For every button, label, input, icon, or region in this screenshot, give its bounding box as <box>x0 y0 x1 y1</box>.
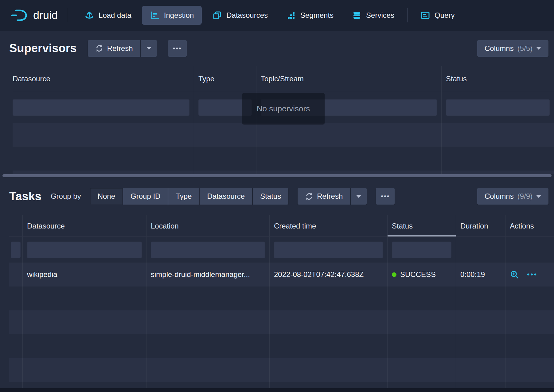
nav-item-label: Ingestion <box>164 11 194 20</box>
nav-divider <box>407 8 408 22</box>
supervisors-more-button[interactable]: ••• <box>168 40 187 57</box>
nav-ingestion[interactable]: Ingestion <box>142 6 202 25</box>
brand-label: druid <box>33 9 58 22</box>
column-header-duration[interactable]: Duration <box>456 215 505 236</box>
column-header-status[interactable]: Status <box>442 66 554 92</box>
tasks-refresh-group: Refresh <box>298 188 367 205</box>
group-by-group-id-button[interactable]: Group ID <box>123 188 168 205</box>
tasks-section: Tasks Group by None Group ID Type Dataso… <box>0 177 554 388</box>
chevron-down-icon <box>536 195 541 198</box>
supervisors-refresh-group: Refresh <box>88 40 157 57</box>
group-by-none-button[interactable]: None <box>90 188 123 205</box>
column-header-type[interactable]: Type <box>194 66 256 92</box>
columns-count: (5/5) <box>517 44 533 53</box>
tasks-header-bar: Tasks Group by None Group ID Type Dataso… <box>0 177 554 215</box>
chevron-down-icon <box>536 47 541 50</box>
nav-datasources[interactable]: Datasources <box>204 6 276 25</box>
empty-row <box>9 358 554 382</box>
column-header-location[interactable]: Location <box>146 215 270 236</box>
location-filter-input[interactable] <box>151 241 265 258</box>
status-label: SUCCESS <box>400 270 436 279</box>
brand[interactable]: druid <box>11 9 58 22</box>
supervisors-section: Supervisors Refresh ••• <box>0 31 554 174</box>
status-cell: SUCCESS <box>388 263 456 286</box>
status-filter-input[interactable] <box>392 241 451 258</box>
datasource-filter-input[interactable] <box>27 241 142 258</box>
row-index-cell <box>9 263 23 286</box>
nav-query[interactable]: Query <box>412 6 462 25</box>
filter-cell <box>270 237 388 263</box>
columns-count: (9/9) <box>517 192 533 201</box>
no-supervisors-message: No supervisors <box>242 93 325 125</box>
empty-row <box>9 334 554 358</box>
row-number-filter-input[interactable] <box>11 241 21 258</box>
supervisors-refresh-caret-button[interactable] <box>141 40 157 57</box>
status-filter-input[interactable] <box>446 99 550 116</box>
status-success-dot <box>392 272 396 277</box>
supervisors-table: Datasource Type Topic/Stream Status No s… <box>13 66 554 174</box>
tasks-more-button[interactable]: ••• <box>376 188 395 205</box>
empty-row <box>9 286 554 310</box>
section-resize-divider[interactable] <box>2 174 552 177</box>
empty-row <box>13 123 554 147</box>
table-row: wikipedia simple-druid-middlemanager... … <box>9 263 554 286</box>
nav-item-label: Services <box>366 11 394 20</box>
column-header-actions[interactable]: Actions <box>505 215 554 236</box>
nav-item-label: Segments <box>300 11 334 20</box>
datasources-icon <box>212 10 222 20</box>
filter-cell <box>13 92 194 123</box>
chevron-down-icon <box>146 47 151 50</box>
tasks-refresh-caret-button[interactable] <box>351 188 367 205</box>
nav-services[interactable]: Services <box>344 6 402 25</box>
tasks-table: Datasource Location Created time Status … <box>9 215 554 388</box>
group-by-label: Group by <box>51 192 81 201</box>
nav-items: Load data Ingestion Datasources <box>76 6 462 25</box>
nav-segments[interactable]: Segments <box>278 6 341 25</box>
columns-label: Columns <box>485 44 514 53</box>
tasks-refresh-button[interactable]: Refresh <box>298 188 350 205</box>
column-header-status-sorted[interactable]: Status <box>388 215 456 236</box>
column-header-datasource[interactable]: Datasource <box>13 66 194 92</box>
duration-cell: 0:00:19 <box>456 263 505 286</box>
task-actions-more-icon[interactable]: ••• <box>527 270 537 279</box>
nav-item-label: Datasources <box>226 11 268 20</box>
empty-row <box>9 310 554 334</box>
datasource-filter-input[interactable] <box>13 99 189 116</box>
filter-cell <box>456 237 505 263</box>
filter-cell <box>388 237 456 263</box>
group-by-status-button[interactable]: Status <box>253 188 288 205</box>
column-header-created-time[interactable]: Created time <box>270 215 388 236</box>
druid-logo-icon <box>11 9 28 22</box>
filter-cell <box>146 237 270 263</box>
top-nav: druid Load data Ingestion <box>0 0 554 31</box>
filter-cell <box>23 237 146 263</box>
created-time-filter-input[interactable] <box>274 241 383 258</box>
more-icon: ••• <box>173 44 182 52</box>
actions-cell: ••• <box>505 263 554 286</box>
task-detail-magnifier-icon[interactable] <box>510 270 519 279</box>
group-by-type-button[interactable]: Type <box>168 188 199 205</box>
nav-load-data[interactable]: Load data <box>76 6 139 25</box>
column-header-blank <box>9 215 23 236</box>
column-header-datasource[interactable]: Datasource <box>23 215 146 236</box>
tasks-title: Tasks <box>9 190 41 203</box>
group-by-segmented-control: None Group ID Type Datasource Status <box>90 188 289 205</box>
columns-label: Columns <box>485 192 514 201</box>
tasks-columns-button[interactable]: Columns (9/9) <box>477 188 548 205</box>
horizontal-scrollbar[interactable] <box>0 388 554 392</box>
filter-cell <box>442 92 554 123</box>
upload-icon <box>84 10 94 20</box>
supervisors-table-header: Datasource Type Topic/Stream Status <box>13 66 554 92</box>
location-cell: simple-druid-middlemanager... <box>146 263 270 286</box>
refresh-icon <box>95 44 103 52</box>
filter-cell <box>9 237 23 263</box>
column-header-topic-stream[interactable]: Topic/Stream <box>256 66 442 92</box>
datasource-cell: wikipedia <box>23 263 146 286</box>
query-icon <box>420 10 430 20</box>
refresh-label: Refresh <box>317 192 343 201</box>
empty-row <box>13 147 554 171</box>
supervisors-refresh-button[interactable]: Refresh <box>88 40 140 57</box>
filter-cell <box>505 237 554 263</box>
supervisors-columns-button[interactable]: Columns (5/5) <box>477 40 548 57</box>
group-by-datasource-button[interactable]: Datasource <box>200 188 252 205</box>
